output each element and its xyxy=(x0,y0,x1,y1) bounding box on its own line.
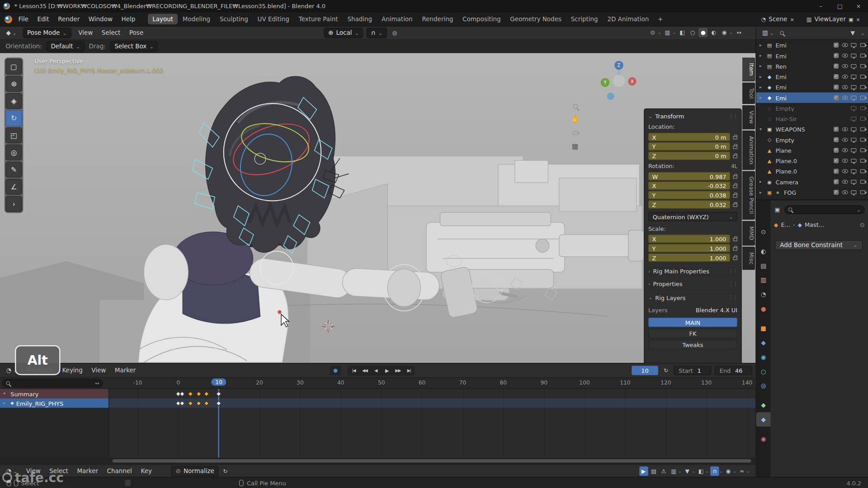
chevron-down-icon[interactable]: ⌄ xyxy=(705,469,709,474)
selected-bone-dot[interactable] xyxy=(277,310,282,314)
drag-grip-icon[interactable]: ⋮⋮ xyxy=(728,295,737,300)
transport-jump-start-button[interactable]: |◀ xyxy=(349,366,359,375)
outliner-row-plane-0[interactable]: ▲Plane.0✓ xyxy=(756,155,868,166)
chevron-down-icon[interactable]: ⌄ xyxy=(860,30,864,36)
toggle-camera-icon[interactable] xyxy=(859,84,866,91)
rig-layers-header[interactable]: ⌄ Rig Layers ⋮⋮ xyxy=(648,291,737,302)
properties-tab-object[interactable]: ■ xyxy=(756,321,771,335)
section-rig-main-properties[interactable]: ›Rig Main Properties⋮⋮ xyxy=(648,265,737,276)
toggle-eye-icon[interactable] xyxy=(841,73,849,80)
outliner-row-plane[interactable]: ▲Plane✓ xyxy=(756,145,868,155)
rig-layer-main-button[interactable]: MAIN xyxy=(648,318,737,327)
lock-icon[interactable] xyxy=(733,238,737,241)
toggle-camera-icon[interactable] xyxy=(859,189,866,196)
toggle-eye-icon[interactable] xyxy=(841,84,849,91)
playhead[interactable] xyxy=(218,389,219,458)
section-properties[interactable]: ›Properties⋮⋮ xyxy=(648,278,737,289)
properties-tab-view-layer[interactable]: ▥ xyxy=(756,273,771,287)
transform-rotation-z-field[interactable]: Z0.032 xyxy=(648,200,730,208)
toggle-screen-icon[interactable] xyxy=(850,168,858,175)
new-view-layer-icon[interactable]: ▣ xyxy=(849,16,853,22)
toggle-check-icon[interactable]: ✓ xyxy=(832,84,840,91)
toggle-eye-icon[interactable] xyxy=(841,136,849,143)
toggle-screen-icon[interactable] xyxy=(850,115,858,122)
sidebar-tab-tool[interactable]: Tool xyxy=(742,82,755,104)
outliner-row-hair-sir[interactable]: ◇Hair-Sir xyxy=(756,113,868,124)
keyframe-diamond[interactable] xyxy=(204,391,209,397)
viewport-3d[interactable]: User Perspective (10) Emily_RIG_PHYS Mas… xyxy=(0,53,755,363)
toggle-camera-icon[interactable] xyxy=(859,73,866,80)
transform-location-z-field[interactable]: Z0 m xyxy=(648,152,730,160)
proportional-edit-toggle[interactable]: ◎ xyxy=(390,28,399,38)
view-layer-selector[interactable]: ▥ ViewLayer ▣ × xyxy=(803,14,863,24)
workspace-tab-rendering[interactable]: Rendering xyxy=(418,14,458,24)
blender-menu-icon[interactable] xyxy=(5,15,12,23)
auto-keying-toggle[interactable] xyxy=(330,366,341,375)
hidden-channels-icon[interactable]: ▤ xyxy=(649,466,658,476)
outliner-row-weapons[interactable]: ▾▣WEAPONS✓ xyxy=(756,124,868,134)
properties-tab-object-constraints[interactable]: ◎ xyxy=(756,379,771,393)
filter-funnel-icon[interactable]: ▼ xyxy=(848,28,857,38)
sidebar-tab-grease-pencil[interactable]: Grease Pencil xyxy=(742,171,755,219)
breadcrumb-bone[interactable]: Mast... xyxy=(805,221,824,228)
toggle-screen-icon[interactable] xyxy=(850,126,858,133)
editor-type-button[interactable]: ◆ ⌄ xyxy=(3,28,19,38)
toggle-check-icon[interactable]: ✓ xyxy=(832,157,840,164)
toggle-eye-icon[interactable] xyxy=(841,168,849,175)
properties-tab-bone[interactable]: ◆ xyxy=(756,398,771,412)
properties-tab-bone-constraint[interactable]: ◆ xyxy=(756,412,771,427)
toggle-camera-icon[interactable] xyxy=(859,42,866,49)
toggle-eye-icon[interactable] xyxy=(841,178,849,185)
minimize-button[interactable]: – xyxy=(811,0,830,12)
axis-gizmo[interactable]: Z Y X xyxy=(542,56,639,106)
rotate-tool[interactable]: ↻ xyxy=(5,110,22,127)
breadcrumb-object[interactable]: E... xyxy=(781,221,790,228)
remove-view-layer-icon[interactable]: × xyxy=(856,16,860,22)
timeline-menu-keying[interactable]: Keying xyxy=(58,365,86,375)
toggle-camera-icon[interactable] xyxy=(859,168,866,175)
chevron-down-icon[interactable]: ⌄ xyxy=(692,469,695,474)
channel-summary[interactable]: ▾Summary xyxy=(0,389,108,399)
transport-next-keyframe-button[interactable]: ▶▶ xyxy=(393,366,403,375)
camera-view-icon[interactable] xyxy=(573,128,578,136)
lock-icon[interactable] xyxy=(733,155,737,158)
sidebar-tab-view[interactable]: View xyxy=(742,105,755,130)
workspace-tab-shading[interactable]: Shading xyxy=(343,14,377,24)
shading-rendered-icon[interactable]: ◉ xyxy=(720,28,729,37)
transform-rotation-y-field[interactable]: Y0.038 xyxy=(648,191,730,199)
outliner-row-emi[interactable]: ▸◆Emi✓ xyxy=(756,92,868,103)
toggle-check-icon[interactable]: ✓ xyxy=(832,52,840,59)
expand-channels-icon[interactable]: ↔ xyxy=(95,380,99,386)
expand-arrow-icon[interactable]: ▸ xyxy=(760,64,764,69)
chevron-down-icon[interactable]: ⌄ xyxy=(672,30,676,35)
interpolation-icon[interactable]: ≈ xyxy=(737,466,746,476)
snap-toggle[interactable]: ∩ ⌄ xyxy=(367,28,387,38)
current-frame-badge[interactable]: 10 xyxy=(212,379,226,386)
lock-icon[interactable] xyxy=(733,185,737,188)
drag-grip-icon[interactable]: ⋮⋮ xyxy=(728,281,737,286)
viewport-menu-view[interactable]: View xyxy=(75,28,97,38)
toggle-eye-icon[interactable] xyxy=(841,189,849,196)
chevron-down-icon[interactable]: ⌄ xyxy=(733,469,736,474)
outliner-row-plane-0[interactable]: ▲Plane.0✓ xyxy=(756,166,868,176)
lock-icon[interactable] xyxy=(733,204,737,207)
cursor-tool[interactable]: ⊕ xyxy=(5,76,22,92)
normalize-toggle[interactable]: ⊘ Normalize xyxy=(171,466,219,476)
add-workspace-button[interactable]: + xyxy=(654,14,666,24)
snap-magnet-icon[interactable]: ∩ xyxy=(710,466,719,476)
pan-hand-icon[interactable]: ✋ xyxy=(571,114,580,122)
toggle-screen-icon[interactable] xyxy=(850,42,858,49)
sidebar-tab-mmd[interactable]: MMD xyxy=(742,221,755,245)
keyframe-diamond[interactable] xyxy=(216,391,222,397)
transform-location-x-field[interactable]: X0 m xyxy=(648,133,730,141)
toggle-screen-icon[interactable] xyxy=(850,52,858,59)
rig-layer-tweaks-button[interactable]: Tweaks xyxy=(648,340,737,349)
outliner-row-empty[interactable]: ◇Empty✓ xyxy=(756,135,868,145)
overlay-toggle-icon[interactable]: ▥ xyxy=(669,466,678,476)
expand-arrow-icon[interactable]: ▸ xyxy=(760,190,764,195)
add-bone-constraint-button[interactable]: Add Bone Constraint ⌄ xyxy=(775,240,862,250)
proportional-edit-icon[interactable]: ◉ xyxy=(724,466,733,476)
transport-play-reverse-button[interactable]: ◀ xyxy=(371,366,381,375)
errors-filter-icon[interactable]: ⚠ xyxy=(659,466,668,476)
toggle-camera-icon[interactable] xyxy=(859,178,866,185)
